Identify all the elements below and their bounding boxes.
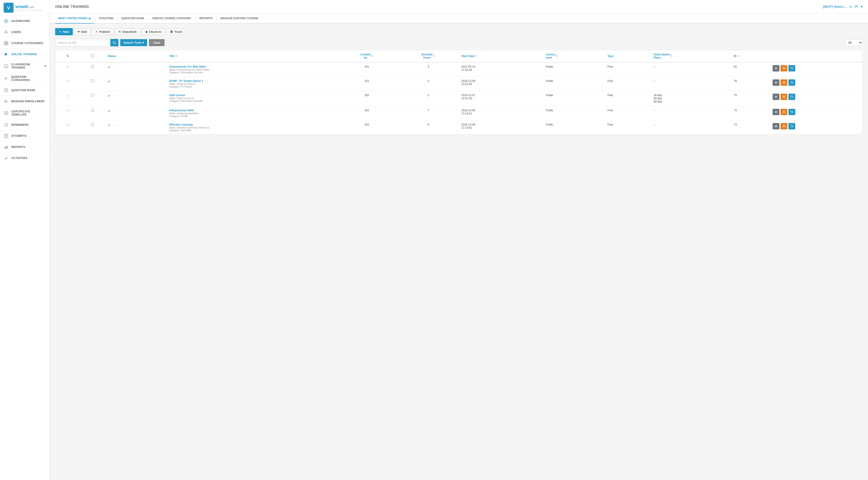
navbar-ticketing[interactable]: TICKETING: [96, 13, 117, 24]
star-icon[interactable]: ☆: [113, 94, 116, 98]
per-page-select[interactable]: 20 50 100: [845, 39, 863, 46]
created-by-value: 202: [365, 94, 369, 97]
row-checkbox[interactable]: [91, 94, 94, 97]
th-access-level[interactable]: Accesslevel ⇅: [544, 50, 605, 62]
refresh-action-button[interactable]: [788, 65, 795, 71]
row-checkbox[interactable]: [91, 123, 94, 126]
unpublish-button[interactable]: ✕ Unpublish: [115, 28, 141, 35]
title-cell: Assessments For Web Skills (Alias: Asses…: [167, 62, 336, 77]
navbar-most-visited[interactable]: MOST VISITED PAGES ▶: [55, 13, 94, 24]
users-action-button[interactable]: [780, 65, 787, 71]
sidebar-item-users[interactable]: USERS: [0, 27, 50, 38]
refresh-action-button[interactable]: [788, 94, 795, 100]
th-created-by[interactable]: Createdby ⇅: [336, 50, 398, 62]
enrolled-count[interactable]: 3: [428, 65, 429, 68]
row-checkbox-cell[interactable]: [80, 106, 105, 120]
users-action-button[interactable]: [780, 94, 787, 100]
user-link[interactable]: [NEXT] Vowel L...: [823, 5, 847, 8]
row-checkbox-cell[interactable]: [80, 120, 105, 134]
drag-handle-icon[interactable]: ⠿: [66, 109, 69, 113]
enrolled-count[interactable]: 2: [428, 94, 429, 97]
star-icon[interactable]: ☆: [113, 66, 116, 69]
row-checkbox[interactable]: [91, 109, 94, 112]
course-title-link[interactable]: GFMP - PJ Towers Batch 1: [169, 80, 203, 83]
new-button[interactable]: ＋ New: [55, 28, 73, 35]
drag-handle-cell[interactable]: ⠿: [55, 77, 80, 91]
list-action-button[interactable]: [773, 123, 779, 129]
search-tools-button[interactable]: Search Tools ▾: [120, 39, 147, 46]
enrolled-count[interactable]: 2: [428, 80, 429, 83]
navbar-question-bank[interactable]: QUESTION BANK: [119, 13, 148, 24]
drag-handle-icon[interactable]: ⠿: [66, 94, 69, 98]
star-icon[interactable]: ☆: [113, 123, 116, 127]
refresh-action-button[interactable]: [788, 109, 795, 115]
sidebar-item-classroom-training[interactable]: CLASSROOM TRAINING ▾: [0, 60, 50, 72]
th-sort[interactable]: ⇅: [55, 50, 80, 62]
external-link-icon[interactable]: ⧉: [850, 5, 852, 9]
users-action-button[interactable]: [780, 123, 787, 129]
th-checkbox[interactable]: [80, 50, 105, 62]
drag-handle-icon[interactable]: ⠿: [66, 123, 69, 127]
th-id[interactable]: ID ▼: [732, 50, 770, 62]
list-action-button[interactable]: [773, 94, 779, 100]
th-title[interactable]: Title ⇅: [167, 50, 336, 62]
navbar-manage-existing-course[interactable]: MANAGE EXISTING COURSE: [217, 13, 261, 24]
sidebar-item-reminders[interactable]: REMINDERS: [0, 119, 50, 130]
navbar-reports[interactable]: REPORTS: [196, 13, 216, 24]
th-enrolled[interactable]: EnrolledUsers ⇅: [398, 50, 459, 62]
star-icon[interactable]: ☆: [113, 109, 116, 113]
drag-handle-cell[interactable]: ⠿: [55, 91, 80, 106]
select-all-checkbox[interactable]: [91, 54, 94, 57]
row-checkbox-cell[interactable]: [80, 62, 105, 77]
drag-handle-icon[interactable]: ⠿: [66, 80, 69, 84]
row-checkbox[interactable]: [91, 80, 94, 82]
drag-handle-cell[interactable]: ⠿: [55, 106, 80, 120]
clear-button[interactable]: Clear: [149, 39, 164, 46]
navbar-create-course-category[interactable]: CREATE COURSE CATEGORY: [149, 13, 195, 24]
dropdown-icon[interactable]: ▾: [861, 4, 863, 9]
th-start-date[interactable]: Start Date ⇅: [459, 50, 544, 62]
edit-button[interactable]: ✏ Edit: [74, 28, 91, 35]
list-action-button[interactable]: [773, 80, 779, 86]
trash-button[interactable]: 🗑 Trash: [166, 28, 186, 35]
user-profile-icon[interactable]: [855, 4, 858, 9]
course-title-link[interactable]: Assessments For Web Skills: [169, 65, 206, 68]
course-title-link[interactable]: Effective Learning: [169, 123, 193, 126]
users-action-button[interactable]: [780, 80, 787, 86]
sidebar-item-online-training[interactable]: ONLINE TRAINING: [0, 49, 50, 60]
drag-handle-icon[interactable]: ⠿: [66, 65, 69, 69]
row-checkbox[interactable]: [91, 65, 94, 68]
access-level-value: Public: [546, 123, 553, 126]
list-action-button[interactable]: [773, 109, 779, 115]
enrolled-count[interactable]: 8: [428, 123, 429, 126]
row-checkbox-cell[interactable]: [80, 77, 105, 91]
th-subscription[interactable]: SubscriptionPlans ⇅: [651, 50, 732, 62]
star-icon[interactable]: ☆: [113, 80, 116, 84]
course-title-link[interactable]: Interpersonal Skills: [169, 109, 194, 112]
checkin-icon: ◈: [145, 30, 148, 33]
table-row: ⠿ ✔ ☆ Interpersonal Skills (Alias: Inter…: [55, 106, 862, 120]
sidebar-item-dashboard[interactable]: DASHBOARD: [0, 16, 50, 27]
checkin-button[interactable]: ◈ Check-in: [142, 28, 165, 35]
search-submit-button[interactable]: [110, 39, 119, 47]
enrolled-cell: 2: [398, 91, 459, 106]
sidebar-item-attempts[interactable]: ATTEMPTS: [0, 130, 50, 142]
search-input[interactable]: [55, 39, 119, 47]
sidebar-item-activities[interactable]: ACTIVITIES: [0, 153, 50, 164]
list-action-button[interactable]: [773, 65, 779, 71]
sidebar-item-reports[interactable]: REPORTS: [0, 142, 50, 153]
sidebar-item-question-bank[interactable]: ? QUESTION BANK: [0, 85, 50, 96]
drag-handle-cell[interactable]: ⠿: [55, 120, 80, 134]
course-title-link[interactable]: Paid Course: [169, 94, 185, 97]
sidebar-item-question-categories[interactable]: QUESTION CATEGORIES: [0, 72, 50, 85]
refresh-action-button[interactable]: [788, 123, 795, 129]
row-checkbox-cell[interactable]: [80, 91, 105, 106]
sidebar-item-course-categories[interactable]: COURSE CATEGORIES: [0, 38, 50, 49]
enrolled-count[interactable]: 7: [428, 109, 429, 112]
sidebar-item-manage-enrollment[interactable]: MANAGE ENROLLMENT: [0, 96, 50, 107]
drag-handle-cell[interactable]: ⠿: [55, 62, 80, 77]
users-action-button[interactable]: [780, 109, 787, 115]
sidebar-item-certificate-template[interactable]: CERTIFICATE TEMPLATE: [0, 107, 50, 119]
refresh-action-button[interactable]: [788, 80, 795, 86]
publish-button[interactable]: ✓ Publish: [92, 28, 114, 35]
